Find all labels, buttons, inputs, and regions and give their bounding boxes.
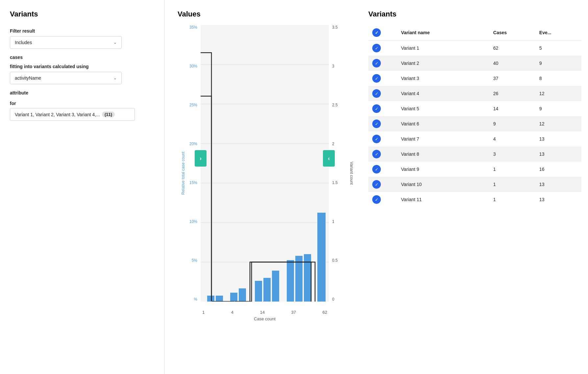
right-panel-title: Variants [368, 10, 581, 18]
col-header-cases: Cases [489, 25, 535, 40]
row-events: 16 [535, 162, 581, 177]
center-panel: Values 35% 30% 25% 20% 15% 10% 5% % 3.5 … [164, 0, 362, 374]
table-row: ✓ Variant 2 40 9 [368, 56, 581, 71]
x-axis-title: Case count [201, 316, 329, 321]
row-events: 12 [535, 86, 581, 101]
filter-result-value: Includes [15, 40, 32, 45]
row-variant-name: Variant 10 [397, 177, 489, 192]
range-left-button[interactable]: › [195, 150, 207, 167]
svg-rect-13 [272, 271, 279, 302]
svg-rect-15 [295, 256, 303, 302]
svg-rect-12 [263, 278, 271, 302]
row-check-icon[interactable]: ✓ [372, 104, 381, 113]
row-variant-name: Variant 5 [397, 101, 489, 116]
for-label: for [10, 101, 154, 106]
row-variant-name: Variant 9 [397, 162, 489, 177]
row-events: 5 [535, 40, 581, 56]
row-check-icon[interactable]: ✓ [372, 195, 381, 204]
svg-rect-16 [304, 254, 311, 302]
fitting-into-select[interactable]: activityName ⌄ [10, 72, 122, 84]
row-cases: 1 [489, 177, 535, 192]
row-variant-name: Variant 2 [397, 56, 489, 71]
row-check-cell: ✓ [368, 116, 397, 131]
row-cases: 3 [489, 147, 535, 162]
table-row: ✓ Variant 6 9 12 [368, 116, 581, 131]
row-check-icon[interactable]: ✓ [372, 165, 381, 174]
row-check-cell: ✓ [368, 40, 397, 56]
svg-rect-9 [230, 293, 237, 302]
col-header-name: Variant name [397, 25, 489, 40]
row-variant-name: Variant 1 [397, 40, 489, 56]
table-row: ✓ Variant 11 1 13 [368, 192, 581, 207]
row-events: 13 [535, 147, 581, 162]
right-panel: Variants ✓ Variant name Cases Eve... ✓ V… [362, 0, 588, 374]
row-events: 12 [535, 116, 581, 131]
y-axis-left-title: Relative total case count [181, 152, 185, 195]
table-row: ✓ Variant 10 1 13 [368, 177, 581, 192]
svg-rect-8 [216, 296, 223, 302]
row-events: 13 [535, 131, 581, 147]
svg-rect-7 [207, 296, 214, 302]
row-check-cell: ✓ [368, 162, 397, 177]
table-row: ✓ Variant 1 62 5 [368, 40, 581, 56]
y-axis-right-title: Variant count [349, 162, 354, 185]
row-check-cell: ✓ [368, 56, 397, 71]
row-check-cell: ✓ [368, 177, 397, 192]
table-row: ✓ Variant 3 37 8 [368, 71, 581, 86]
range-right-button[interactable]: ‹ [323, 150, 335, 167]
cases-label: cases [10, 55, 154, 60]
fitting-into-value: activityName [15, 75, 41, 81]
row-check-icon[interactable]: ✓ [372, 59, 381, 67]
row-cases: 1 [489, 162, 535, 177]
for-field[interactable]: Variant 1, Variant 2, Variant 3, Variant… [10, 108, 135, 121]
row-check-cell: ✓ [368, 131, 397, 147]
table-row: ✓ Variant 8 3 13 [368, 147, 581, 162]
header-check-icon[interactable]: ✓ [372, 28, 381, 37]
row-variant-name: Variant 7 [397, 131, 489, 147]
variants-table: ✓ Variant name Cases Eve... ✓ Variant 1 … [368, 25, 581, 207]
row-cases: 40 [489, 56, 535, 71]
filter-result-chevron: ⌄ [113, 40, 117, 45]
row-cases: 26 [489, 86, 535, 101]
row-check-cell: ✓ [368, 86, 397, 101]
svg-rect-10 [239, 288, 246, 302]
row-variant-name: Variant 3 [397, 71, 489, 86]
left-panel: Variants Filter result Includes ⌄ cases … [0, 0, 164, 374]
x-axis-ticks: 1 4 14 37 62 [201, 310, 329, 315]
row-check-icon[interactable]: ✓ [372, 44, 381, 52]
for-value: Variant 1, Variant 2, Variant 3, Variant… [15, 112, 100, 117]
fitting-into-chevron: ⌄ [113, 76, 117, 80]
row-check-icon[interactable]: ✓ [372, 180, 381, 189]
row-check-icon[interactable]: ✓ [372, 150, 381, 158]
row-check-icon[interactable]: ✓ [372, 74, 381, 83]
table-row: ✓ Variant 9 1 16 [368, 162, 581, 177]
row-events: 8 [535, 71, 581, 86]
row-check-cell: ✓ [368, 147, 397, 162]
row-check-cell: ✓ [368, 101, 397, 116]
row-variant-name: Variant 11 [397, 192, 489, 207]
row-check-icon[interactable]: ✓ [372, 135, 381, 143]
row-variant-name: Variant 4 [397, 86, 489, 101]
filter-result-select[interactable]: Includes ⌄ [10, 36, 122, 49]
row-variant-name: Variant 8 [397, 147, 489, 162]
fitting-into-label: fitting into variants calculated using [10, 64, 154, 69]
row-events: 13 [535, 177, 581, 192]
row-cases: 4 [489, 131, 535, 147]
chart-container: 35% 30% 25% 20% 15% 10% 5% % 3.5 3 2.5 2… [178, 25, 349, 321]
row-check-icon[interactable]: ✓ [372, 120, 381, 128]
row-events: 9 [535, 56, 581, 71]
filter-result-label: Filter result [10, 28, 154, 34]
row-check-icon[interactable]: ✓ [372, 89, 381, 98]
col-header-check: ✓ [368, 25, 397, 40]
row-check-cell: ✓ [368, 71, 397, 86]
row-cases: 9 [489, 116, 535, 131]
col-header-events: Eve... [535, 25, 581, 40]
row-events: 13 [535, 192, 581, 207]
table-row: ✓ Variant 4 26 12 [368, 86, 581, 101]
svg-rect-11 [255, 281, 262, 302]
svg-rect-14 [287, 260, 294, 302]
row-cases: 14 [489, 101, 535, 116]
left-panel-title: Variants [10, 10, 154, 18]
row-cases: 62 [489, 40, 535, 56]
attribute-label: attribute [10, 90, 154, 95]
